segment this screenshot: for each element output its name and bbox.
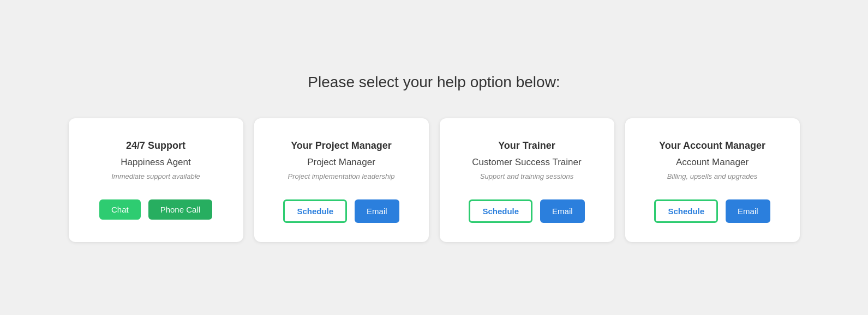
card-account-manager: Your Account ManagerAccount ManagerBilli… <box>625 118 800 242</box>
card-description-project-manager: Project implementation leadership <box>288 172 395 180</box>
card-description-account-manager: Billing, upsells and upgrades <box>667 172 758 180</box>
card-buttons-support-247: ChatPhone Call <box>99 199 212 220</box>
card-role-account-manager: Account Manager <box>676 157 749 168</box>
card-title-account-manager: Your Account Manager <box>659 140 765 152</box>
card-buttons-project-manager: ScheduleEmail <box>283 199 399 223</box>
card-description-trainer: Support and training sessions <box>480 172 573 180</box>
card-role-trainer: Customer Success Trainer <box>472 157 581 168</box>
card-title-trainer: Your Trainer <box>498 140 555 152</box>
chat-button-support-247[interactable]: Chat <box>99 199 141 220</box>
email-button-trainer[interactable]: Email <box>540 199 585 223</box>
card-role-project-manager: Project Manager <box>307 157 375 168</box>
card-role-support-247: Happiness Agent <box>121 157 191 168</box>
schedule-button-project-manager[interactable]: Schedule <box>283 199 347 223</box>
email-button-account-manager[interactable]: Email <box>726 199 770 223</box>
phone-call-button-support-247[interactable]: Phone Call <box>148 199 212 220</box>
card-support-247: 24/7 SupportHappiness AgentImmediate sup… <box>69 118 243 242</box>
card-buttons-trainer: ScheduleEmail <box>469 199 584 223</box>
card-description-support-247: Immediate support available <box>111 172 200 180</box>
schedule-button-account-manager[interactable]: Schedule <box>654 199 718 223</box>
card-buttons-account-manager: ScheduleEmail <box>654 199 770 223</box>
card-title-project-manager: Your Project Manager <box>291 140 392 152</box>
card-trainer: Your TrainerCustomer Success TrainerSupp… <box>440 118 614 242</box>
cards-container: 24/7 SupportHappiness AgentImmediate sup… <box>52 118 816 242</box>
card-title-support-247: 24/7 Support <box>126 140 185 152</box>
schedule-button-trainer[interactable]: Schedule <box>469 199 532 223</box>
email-button-project-manager[interactable]: Email <box>355 199 399 223</box>
page-title: Please select your help option below: <box>308 74 560 91</box>
card-project-manager: Your Project ManagerProject ManagerProje… <box>254 118 429 242</box>
